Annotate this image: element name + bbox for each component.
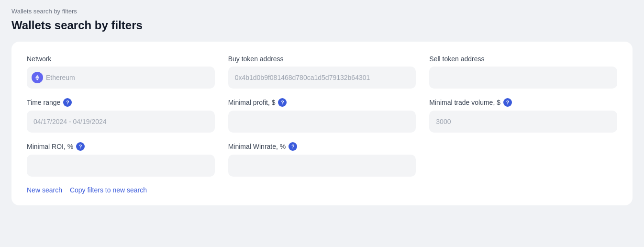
sell-token-label: Sell token address [429, 55, 617, 63]
buy-token-label: Buy token address [228, 55, 416, 63]
network-label: Network [27, 55, 215, 63]
breadcrumb: Wallets search by filters [11, 8, 633, 15]
minimal-profit-help-icon[interactable]: ? [278, 98, 287, 107]
minimal-winrate-field-group: Minimal Winrate, % ? [228, 142, 416, 177]
time-range-label: Time range ? [27, 98, 215, 107]
minimal-profit-field-group: Minimal profit, $ ? [228, 98, 416, 133]
sell-token-field-group: Sell token address [429, 55, 617, 89]
buy-token-input[interactable] [228, 67, 416, 89]
minimal-trade-volume-label: Minimal trade volume, $ ? [429, 98, 617, 107]
new-search-link[interactable]: New search [27, 186, 62, 194]
minimal-roi-label: Minimal ROI, % ? [27, 142, 215, 151]
copy-filters-link[interactable]: Copy filters to new search [70, 186, 147, 194]
page-title: Wallets search by filters [11, 19, 633, 32]
time-range-help-icon[interactable]: ? [63, 98, 72, 107]
minimal-trade-volume-help-icon[interactable]: ? [503, 98, 512, 107]
filter-grid: Network Buy token address Se [27, 55, 617, 177]
filter-card: Network Buy token address Se [11, 42, 633, 205]
minimal-profit-label: Minimal profit, $ ? [228, 98, 416, 107]
buy-token-field-group: Buy token address [228, 55, 416, 89]
minimal-trade-volume-field-group: Minimal trade volume, $ ? [429, 98, 617, 133]
minimal-winrate-label: Minimal Winrate, % ? [228, 142, 416, 151]
time-range-field-group: Time range ? [27, 98, 215, 133]
network-input[interactable] [27, 67, 215, 89]
minimal-profit-input[interactable] [228, 111, 416, 133]
sell-token-input[interactable] [429, 67, 617, 89]
actions-row: New search Copy filters to new search [27, 186, 617, 194]
network-input-wrapper [27, 67, 215, 89]
minimal-roi-field-group: Minimal ROI, % ? [27, 142, 215, 177]
ethereum-icon [32, 72, 43, 83]
minimal-winrate-input[interactable] [228, 155, 416, 177]
minimal-roi-input[interactable] [27, 155, 215, 177]
minimal-roi-help-icon[interactable]: ? [76, 142, 85, 151]
minimal-winrate-help-icon[interactable]: ? [289, 142, 297, 151]
network-field-group: Network [27, 55, 215, 89]
time-range-input[interactable] [27, 111, 215, 133]
minimal-trade-volume-input[interactable] [429, 111, 617, 133]
